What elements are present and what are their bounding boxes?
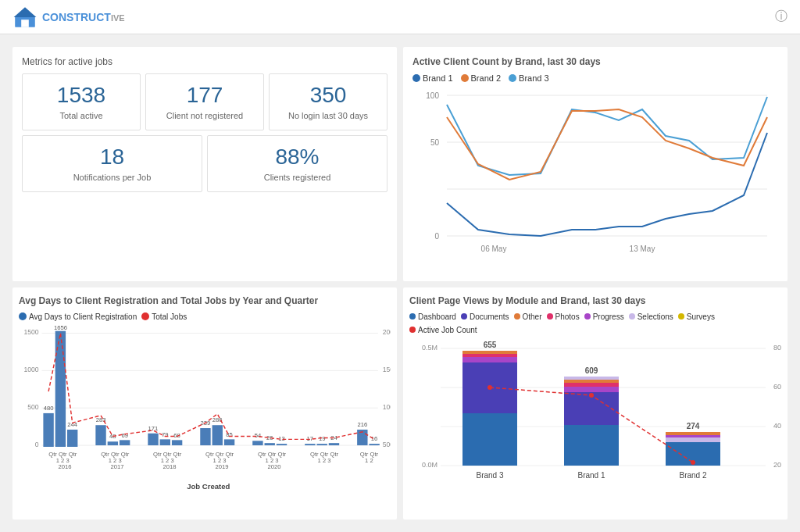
svg-text:2020: 2020 (267, 462, 280, 470)
point-brand3 (488, 385, 492, 390)
avg-days-panel: Avg Days to Client Registration and Tota… (12, 287, 397, 520)
bar-brand3-other (462, 351, 517, 354)
legend-dashboard-dot (409, 313, 416, 320)
legend-selections-label: Selections (638, 312, 673, 321)
metric-client-not-reg-value: 177 (152, 84, 257, 108)
svg-marker-1 (14, 7, 37, 17)
svg-text:2018: 2018 (163, 462, 177, 470)
metric-notifications-value: 18 (29, 145, 195, 170)
metrics-bottom-row: 18 Notifications per Job 88% Clients reg… (22, 135, 388, 192)
legend-brand2-dot (461, 74, 469, 82)
legend-dashboard-label: Dashboard (418, 312, 456, 321)
svg-text:1   2   3: 1 2 3 (318, 457, 331, 464)
bar-brand1-selections (564, 377, 619, 380)
bar-2020q1 (252, 441, 262, 445)
legend-photos-dot (547, 313, 553, 320)
svg-rect-39 (305, 444, 315, 445)
legend-documents: Documents (461, 312, 509, 321)
legend-jobs-label: Total Jobs (152, 312, 187, 321)
bar-2018q3 (172, 440, 182, 445)
legend-activejob-dot (409, 327, 416, 333)
bar-2018q2 (160, 439, 170, 445)
legend-progress-dot (584, 313, 591, 320)
bar-brand2-selections (666, 437, 720, 442)
svg-text:500: 500 (27, 403, 39, 411)
info-icon[interactable]: ⓘ (775, 9, 788, 25)
svg-text:1500: 1500 (24, 328, 39, 336)
legend-brand2: Brand 2 (461, 73, 502, 83)
page-views-legend: Dashboard Documents Other Photos Progres… (409, 312, 781, 334)
brand1-line (447, 133, 767, 236)
legend-brand3-label: Brand 3 (519, 73, 549, 83)
bar-brand3-dashboard (462, 413, 517, 466)
svg-rect-41 (316, 444, 327, 445)
svg-text:16: 16 (371, 435, 378, 442)
svg-text:100: 100 (426, 91, 439, 100)
legend-brand2-label: Brand 2 (471, 73, 502, 83)
svg-text:2019: 2019 (216, 462, 229, 470)
svg-text:69: 69 (121, 431, 128, 438)
avg-days-legend: Avg Days to Client Registration Total Jo… (19, 312, 391, 321)
brand-chart-panel: Active Client Count by Brand, last 30 da… (403, 47, 788, 281)
bar-2019q1 (200, 428, 210, 445)
svg-rect-2 (21, 20, 29, 27)
legend-selections-dot (629, 313, 635, 320)
svg-text:480: 480 (44, 405, 54, 412)
legend-brand1: Brand 1 (412, 73, 453, 83)
metric-clients-reg-value: 88% (214, 145, 380, 170)
legend-surveys-label: Surveys (687, 312, 715, 321)
legend-brand3-dot (509, 74, 516, 82)
metric-client-not-reg-label: Client not registered (152, 111, 257, 120)
svg-text:1000: 1000 (24, 366, 39, 373)
main-content: Metrics for active jobs 1538 Total activ… (0, 34, 800, 532)
metric-total-active: 1538 Total active (22, 73, 141, 130)
svg-text:Brand 2: Brand 2 (679, 471, 706, 480)
svg-text:609: 609 (585, 366, 598, 375)
point-brand2 (691, 460, 695, 465)
brand3-line (447, 97, 767, 175)
svg-text:200: 200 (773, 461, 781, 469)
legend-photos-label: Photos (555, 312, 580, 321)
logo: CONSTRUCTIVE (12, 5, 125, 30)
svg-text:2016: 2016 (59, 462, 72, 470)
legend-documents-dot (461, 313, 467, 320)
metric-no-login-value: 350 (276, 84, 380, 108)
metric-clients-registered: 88% Clients registered (207, 135, 388, 192)
logo-icon (12, 5, 38, 30)
avg-days-title: Avg Days to Client Registration and Tota… (19, 295, 391, 306)
svg-text:400: 400 (773, 422, 781, 430)
svg-text:0.5M: 0.5M (422, 344, 438, 352)
metric-no-login: 350 No login last 30 days (269, 73, 388, 130)
legend-surveys: Surveys (678, 312, 715, 321)
legend-selections: Selections (629, 312, 673, 321)
page-views-title: Client Page Views by Module and Brand, l… (409, 295, 781, 306)
brand2-line (447, 109, 767, 180)
legend-other-dot (514, 313, 520, 320)
svg-text:50: 50 (430, 138, 440, 147)
svg-text:274: 274 (687, 422, 700, 430)
logo-text: CONSTRUCTIVE (42, 11, 125, 23)
legend-total-jobs: Total Jobs (141, 312, 187, 321)
svg-text:19: 19 (319, 435, 326, 442)
bar-2020q3 (277, 444, 287, 445)
legend-avg-dot (19, 312, 27, 320)
legend-documents-label: Documents (470, 312, 509, 321)
bar-2017q2 (108, 441, 118, 445)
metrics-panel: Metrics for active jobs 1538 Total activ… (12, 47, 397, 281)
legend-other-label: Other (523, 312, 542, 321)
avg-days-chart-svg: 1500 1000 500 0 2000 1500 1000 500 480 1… (19, 326, 391, 498)
metrics-top-row: 1538 Total active 177 Client not registe… (22, 73, 388, 130)
bar-brand1-dashboard (564, 425, 619, 466)
metric-client-not-registered: 177 Client not registered (145, 73, 264, 130)
legend-avg-days: Avg Days to Client Registration (19, 312, 137, 321)
brand-chart-legend: Brand 1 Brand 2 Brand 3 (412, 73, 778, 83)
legend-brand3: Brand 3 (509, 73, 549, 83)
svg-text:600: 600 (773, 383, 781, 391)
legend-avg-label: Avg Days to Client Registration (29, 312, 137, 321)
legend-dashboard: Dashboard (409, 312, 456, 321)
bar-2017q3 (120, 440, 130, 445)
svg-rect-43 (329, 443, 339, 445)
metric-clients-reg-label: Clients registered (214, 173, 380, 182)
page-views-panel: Client Page Views by Module and Brand, l… (403, 287, 788, 520)
svg-text:1   2: 1 2 (365, 457, 373, 464)
